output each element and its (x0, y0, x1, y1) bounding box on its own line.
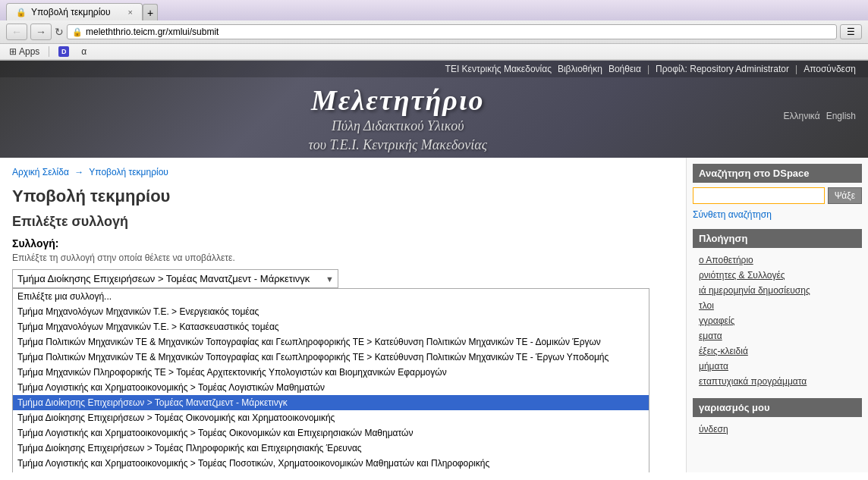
header-background: ΤΕΙ Κεντρικής Μακεδονίας Βιβλιοθήκη Βοήθ… (0, 61, 868, 158)
main-content: Αρχική Σελίδα → Υποβολή τεκμηρίου Υποβολ… (0, 158, 686, 472)
bookmark-alpha-label: α (81, 46, 86, 57)
search-input[interactable] (693, 187, 825, 204)
profile-link[interactable]: Προφίλ: Repository Administrator (656, 64, 789, 74)
apps-label: Apps (19, 46, 39, 57)
collection-dropdown-wrapper: Επιλέξτε μια συλλογή...Τμήμα Μηχανολόγων… (12, 269, 338, 288)
site-sub-title-line1: Πύλη Διδακτικού Υλικού (12, 117, 784, 136)
search-box-container: Ψάξε (693, 187, 862, 204)
lang-greek[interactable]: Ελληνικά (784, 111, 820, 121)
library-link[interactable]: Βιβλιοθήκη (558, 64, 602, 74)
search-heading: Αναζήτηση στο DSpace (693, 164, 862, 183)
collection-dropdown[interactable]: Επιλέξτε μια συλλογή...Τμήμα Μηχανολόγων… (12, 269, 338, 288)
list-item[interactable]: Τμήμα Μηχανικών Πληροφορικής ΤΕ > Τομέας… (13, 471, 649, 472)
separator1: | (647, 64, 649, 74)
site-header: ΤΕΙ Κεντρικής Μακεδονίας Βιβλιοθήκη Βοήθ… (0, 61, 868, 158)
breadcrumb-current: Υποβολή τεκμηρίου (89, 167, 168, 177)
list-item[interactable]: Επιλέξτε μια συλλογή... (13, 289, 649, 304)
site-sub-title-line2: του Τ.Ε.Ι. Κεντρικής Μακεδονίας (12, 136, 784, 155)
list-item[interactable]: Τμήμα Μηχανικών Πληροφορικής ΤΕ > Τομέας… (13, 365, 649, 380)
section-title: Επιλέξτε συλλογή (12, 214, 674, 230)
nav-sidebar-item[interactable]: έξεις-κλειδιά (693, 344, 862, 359)
nav-sidebar-item[interactable]: ρνιότητες & Συλλογές (693, 268, 862, 283)
lang-english[interactable]: English (826, 111, 856, 121)
content-area: Αρχική Σελίδα → Υποβολή τεκμηρίου Υποβολ… (0, 158, 868, 472)
nav-sidebar-item[interactable]: ιά ημερομηνία δημοσίευσης (693, 283, 862, 298)
url-text: meleththrio.teicm.gr/xmlui/submit (86, 27, 219, 37)
dropdown-list: Επιλέξτε μια συλλογή...Τμήμα Μηχανολόγων… (12, 288, 649, 472)
bookmarks-bar: ⊞ Apps D α (0, 44, 868, 60)
menu-button[interactable]: ☰ (840, 24, 862, 39)
tab-close-button[interactable]: × (128, 8, 133, 17)
separator2: | (795, 64, 797, 74)
list-item[interactable]: Τμήμα Πολιτικών Μηχανικών ΤΕ & Μηχανικών… (13, 334, 649, 350)
bookmark-d[interactable]: D (55, 45, 72, 58)
list-item[interactable]: Τμήμα Διοίκησης Επιχειρήσεων > Τομέας Πλ… (13, 441, 649, 456)
list-item[interactable]: Τμήμα Μηχανολόγων Μηχανικών Τ.Ε. > Ενεργ… (13, 304, 649, 319)
nav-sidebar-item[interactable]: εματα (693, 328, 862, 344)
tab-title: Υποβολή τεκμηρίου (31, 7, 111, 17)
logout-link[interactable]: Αποσύνδεση (804, 64, 856, 74)
account-heading: γαριασμός μου (693, 398, 862, 417)
nav-items-container: ο Αποθετήριορνιότητες & Συλλογέςιά ημερο… (693, 253, 862, 389)
nav-bar: ← → ↻ 🔒 meleththrio.teicm.gr/xmlui/submi… (0, 20, 868, 44)
header-title-area: Μελετητήριο Πύλη Διδακτικού Υλικού του Τ… (12, 83, 784, 155)
reload-button[interactable]: ↻ (55, 26, 64, 38)
forward-button[interactable]: → (30, 24, 52, 40)
list-item[interactable]: Τμήμα Λογιστικής και Χρηματοοικονομικής … (13, 425, 649, 441)
tei-link[interactable]: ΤΕΙ Κεντρικής Μακεδονίας (445, 64, 552, 74)
apps-grid-icon: ⊞ (9, 46, 17, 57)
nav-sidebar-item[interactable]: γγραφείς (693, 313, 862, 328)
account-item[interactable]: ύνδεση (693, 422, 862, 437)
site-main-title: Μελετητήριο (12, 83, 784, 117)
nav-sidebar-item[interactable]: εταπτυχιακά προγράμματα (693, 374, 862, 389)
address-bar[interactable]: 🔒 meleththrio.teicm.gr/xmlui/submit (67, 24, 837, 39)
bookmark-divider (49, 46, 49, 57)
list-item[interactable]: Τμήμα Διοίκησης Επιχειρήσεων > Τομέας Οι… (13, 410, 649, 425)
breadcrumb-home[interactable]: Αρχική Σελίδα (12, 167, 69, 177)
account-items-container: ύνδεση (693, 422, 862, 437)
collection-hint: Επιλέξτε τη συλλογή στην οποία θέλετε να… (12, 253, 674, 263)
lock-icon: 🔒 (72, 27, 83, 37)
right-sidebar: Αναζήτηση στο DSpace Ψάξε Σύνθετη αναζήτ… (686, 158, 868, 472)
collection-label: Συλλογή: (12, 237, 674, 249)
nav-heading: Πλοήγηση (693, 229, 862, 248)
breadcrumb: Αρχική Σελίδα → Υποβολή τεκμηρίου (12, 167, 674, 177)
tab-bar: 🔒 Υποβολή τεκμηρίου × + (0, 0, 868, 20)
account-section: γαριασμός μου ύνδεση (693, 398, 862, 437)
page-title: Υποβολή τεκμηρίου (12, 187, 674, 206)
search-button[interactable]: Ψάξε (828, 187, 862, 204)
nav-sidebar-item[interactable]: μήματα (693, 359, 862, 374)
search-section: Αναζήτηση στο DSpace Ψάξε Σύνθετη αναζήτ… (693, 164, 862, 220)
nav-sidebar-item[interactable]: ο Αποθετήριο (693, 253, 862, 268)
header-top-nav: ΤΕΙ Κεντρικής Μακεδονίας Βιβλιοθήκη Βοήθ… (0, 61, 868, 77)
active-tab[interactable]: 🔒 Υποβολή τεκμηρίου × (6, 3, 143, 20)
apps-bookmark[interactable]: ⊞ Apps (6, 45, 42, 58)
header-logo-area: Μελετητήριο Πύλη Διδακτικού Υλικού του Τ… (0, 77, 868, 158)
help-link[interactable]: Βοήθεια (609, 64, 641, 74)
list-item[interactable]: Τμήμα Μηχανολόγων Μηχανικών Τ.Ε. > Κατασ… (13, 319, 649, 334)
new-tab-button[interactable]: + (143, 4, 158, 20)
page-wrapper: ΤΕΙ Κεντρικής Μακεδονίας Βιβλιοθήκη Βοήθ… (0, 61, 868, 472)
breadcrumb-arrow: → (74, 167, 83, 177)
nav-sidebar-item[interactable]: τλοι (693, 298, 862, 313)
list-item[interactable]: Τμήμα Λογιστικής και Χρηματοοικονομικής … (13, 456, 649, 471)
bookmark-alpha[interactable]: α (78, 45, 90, 58)
list-item[interactable]: Τμήμα Πολιτικών Μηχανικών ΤΕ & Μηχανικών… (13, 350, 649, 365)
nav-section: Πλοήγηση ο Αποθετήριορνιότητες & Συλλογέ… (693, 229, 862, 389)
tab-favicon: 🔒 (16, 8, 27, 17)
list-item[interactable]: Τμήμα Λογιστικής και Χρηματοοικονομικής … (13, 380, 649, 395)
browser-chrome: 🔒 Υποβολή τεκμηρίου × + ← → ↻ 🔒 melethth… (0, 0, 868, 61)
language-switcher: Ελληνικά English (784, 111, 857, 127)
list-item[interactable]: Τμήμα Διοίκησης Επιχειρήσεων > Τομέας Μα… (13, 395, 649, 410)
back-button[interactable]: ← (6, 24, 27, 40)
bookmark-d-icon: D (58, 46, 69, 57)
advanced-search-link[interactable]: Σύνθετη αναζήτηση (693, 209, 772, 220)
